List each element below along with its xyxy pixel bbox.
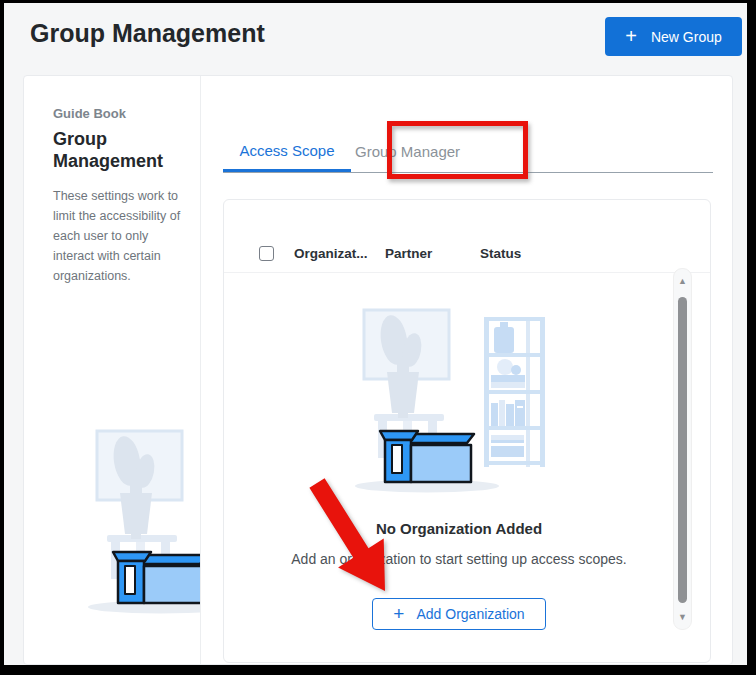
page-title: Group Management xyxy=(30,19,265,48)
empty-state-illustration-sidebar xyxy=(87,421,201,616)
group-management-page: Group Management + New Group Guide Book … xyxy=(4,3,747,665)
empty-state-subtitle: Add an organization to start setting up … xyxy=(224,551,694,567)
plus-icon: + xyxy=(625,26,637,46)
table-header-row: Organizat... Partner Status xyxy=(224,240,710,273)
scroll-down-icon[interactable]: ▼ xyxy=(674,612,691,622)
scrollbar-thumb[interactable] xyxy=(678,297,687,603)
tab-access-scope[interactable]: Access Scope xyxy=(223,131,351,172)
plus-icon: + xyxy=(393,604,404,623)
add-organization-button[interactable]: + Add Organization xyxy=(372,598,546,630)
main-area: Access Scope Group Manager Organizat... … xyxy=(202,76,732,664)
sidebar-title: Group Management xyxy=(53,128,175,172)
tab-bar: Access Scope Group Manager xyxy=(223,131,713,173)
scroll-up-icon[interactable]: ▲ xyxy=(674,276,691,286)
select-all-checkbox[interactable] xyxy=(259,246,274,261)
guide-sidebar: Guide Book Group Management These settin… xyxy=(24,76,201,664)
empty-state-illustration xyxy=(354,300,554,495)
tab-group-manager[interactable]: Group Manager xyxy=(351,131,486,172)
tab-access-scope-label: Access Scope xyxy=(239,142,334,159)
new-group-label: New Group xyxy=(651,29,722,45)
access-scope-panel: Organizat... Partner Status No Organizat… xyxy=(223,199,711,663)
column-status: Status xyxy=(480,246,521,261)
empty-state-title: No Organization Added xyxy=(224,520,694,537)
column-partner: Partner xyxy=(385,246,432,261)
column-organization: Organizat... xyxy=(294,246,368,261)
tab-group-manager-label: Group Manager xyxy=(355,143,460,160)
screenshot-frame: Group Management + New Group Guide Book … xyxy=(0,0,756,675)
guide-book-label: Guide Book xyxy=(53,106,126,121)
content-card: Guide Book Group Management These settin… xyxy=(23,75,733,665)
new-group-button[interactable]: + New Group xyxy=(605,17,742,56)
vertical-scrollbar[interactable]: ▲ ▼ xyxy=(673,268,692,630)
sidebar-description: These settings work to limit the accessi… xyxy=(53,186,186,286)
add-organization-label: Add Organization xyxy=(416,606,524,622)
